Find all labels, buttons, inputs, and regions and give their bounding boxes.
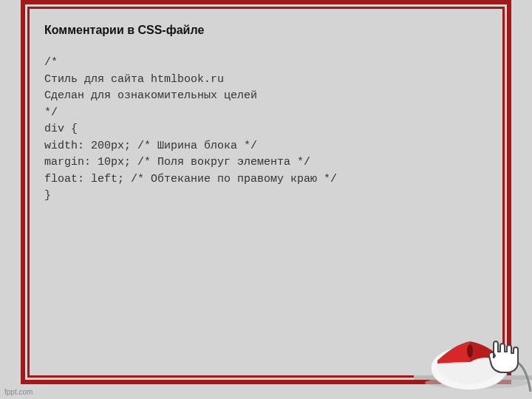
code-block: /* Стиль для сайта htmlbook.ru Сделан дл… xyxy=(44,55,502,205)
svg-point-3 xyxy=(467,344,473,358)
code-line: width: 200px; /* Ширина блока */ xyxy=(44,138,502,155)
mouse-cursor-illustration xyxy=(414,310,532,399)
code-line: margin: 10px; /* Поля вокруг элемента */ xyxy=(44,154,502,171)
code-line: } xyxy=(44,188,502,205)
code-line: div { xyxy=(44,121,502,138)
code-line: float: left; /* Обтекание по правому кра… xyxy=(44,171,502,188)
slide-content: Комментарии в CSS-файле /* Стиль для сай… xyxy=(44,24,502,205)
code-line: */ xyxy=(44,105,502,122)
code-line: /* xyxy=(44,55,502,72)
slide-heading: Комментарии в CSS-файле xyxy=(44,24,502,37)
watermark: fppt.com xyxy=(4,388,33,396)
code-line: Стиль для сайта htmlbook.ru xyxy=(44,72,502,89)
code-line: Сделан для ознакомительных целей xyxy=(44,88,502,105)
